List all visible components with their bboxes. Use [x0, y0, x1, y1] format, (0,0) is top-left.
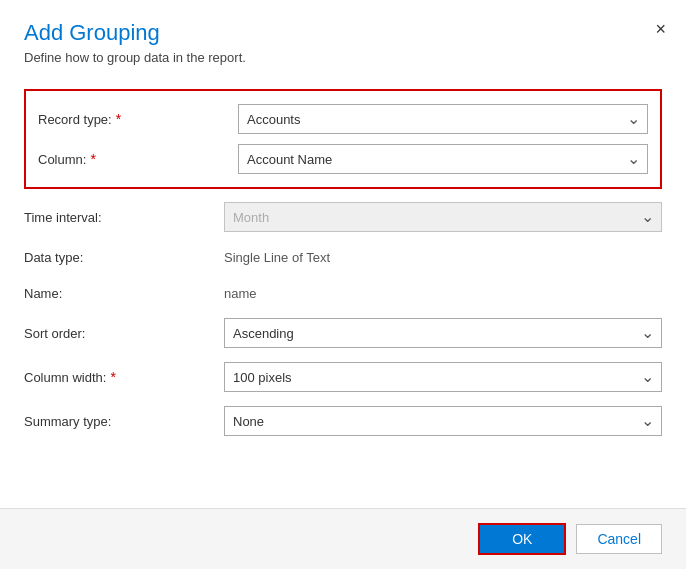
dialog-body: Record type: * Accounts Column: *: [0, 73, 686, 508]
column-width-control: 100 pixels: [224, 362, 662, 392]
summary-type-control: None: [224, 406, 662, 436]
record-type-required: *: [116, 111, 121, 127]
record-type-row: Record type: * Accounts: [38, 99, 648, 139]
sort-order-control: Ascending: [224, 318, 662, 348]
summary-type-label: Summary type:: [24, 414, 224, 429]
column-control: Account Name: [238, 144, 648, 174]
dialog-subtitle: Define how to group data in the report.: [24, 50, 662, 65]
column-label: Column: *: [38, 151, 238, 167]
column-width-row: Column width: * 100 pixels: [24, 355, 662, 399]
time-interval-select[interactable]: Month: [224, 202, 662, 232]
summary-type-select[interactable]: None: [224, 406, 662, 436]
column-select[interactable]: Account Name: [238, 144, 648, 174]
record-type-label: Record type: *: [38, 111, 238, 127]
record-type-select-wrapper: Accounts: [238, 104, 648, 134]
column-row: Column: * Account Name: [38, 139, 648, 179]
column-width-label: Column width: *: [24, 369, 224, 385]
record-type-select[interactable]: Accounts: [238, 104, 648, 134]
dialog-footer: OK Cancel: [0, 508, 686, 569]
column-width-select[interactable]: 100 pixels: [224, 362, 662, 392]
highlighted-section: Record type: * Accounts Column: *: [24, 89, 662, 189]
column-required: *: [90, 151, 95, 167]
data-type-value: Single Line of Text: [224, 249, 662, 265]
time-interval-control: Month: [224, 202, 662, 232]
data-type-row: Data type: Single Line of Text: [24, 239, 662, 275]
column-width-select-wrapper: 100 pixels: [224, 362, 662, 392]
cancel-button[interactable]: Cancel: [576, 524, 662, 554]
dialog-title: Add Grouping: [24, 20, 662, 46]
column-select-wrapper: Account Name: [238, 144, 648, 174]
dialog-header: Add Grouping Define how to group data in…: [0, 0, 686, 73]
record-type-control: Accounts: [238, 104, 648, 134]
add-grouping-dialog: Add Grouping Define how to group data in…: [0, 0, 686, 569]
summary-type-row: Summary type: None: [24, 399, 662, 443]
sort-order-label: Sort order:: [24, 326, 224, 341]
close-button[interactable]: ×: [651, 16, 670, 42]
time-interval-select-wrapper: Month: [224, 202, 662, 232]
ok-button[interactable]: OK: [478, 523, 566, 555]
data-type-label: Data type:: [24, 250, 224, 265]
column-width-required: *: [110, 369, 115, 385]
name-row: Name: name: [24, 275, 662, 311]
sort-order-select-wrapper: Ascending: [224, 318, 662, 348]
summary-type-select-wrapper: None: [224, 406, 662, 436]
name-label: Name:: [24, 286, 224, 301]
time-interval-label: Time interval:: [24, 210, 224, 225]
sort-order-row: Sort order: Ascending: [24, 311, 662, 355]
name-value: name: [224, 285, 662, 301]
time-interval-row: Time interval: Month: [24, 195, 662, 239]
sort-order-select[interactable]: Ascending: [224, 318, 662, 348]
